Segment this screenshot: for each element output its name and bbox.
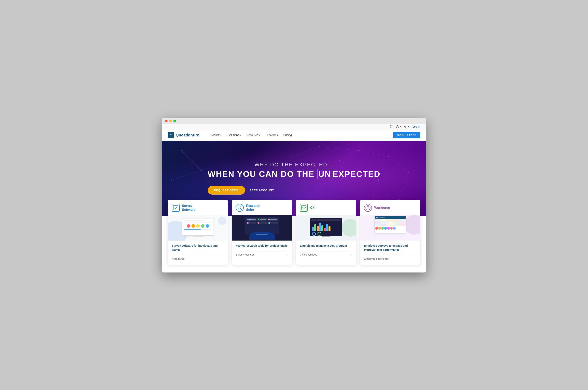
nav-item-products[interactable]: Products ▾ (207, 132, 225, 138)
signup-button[interactable]: SIGN UP FREE (393, 132, 420, 138)
arrow-icon: → (350, 253, 352, 256)
svg-line-11 (339, 151, 359, 160)
product-survey-description: Survey software for indviduals and teams (172, 244, 224, 252)
product-workforce-body: Employee surveys to engage and improve t… (360, 241, 420, 265)
research-icon (236, 204, 244, 212)
product-card-survey: Survey Software (168, 200, 228, 265)
nav-right: SIGN UP FREE (393, 132, 420, 138)
svg-marker-43 (302, 206, 306, 209)
svg-line-13 (389, 156, 408, 172)
svg-text:?: ? (170, 134, 172, 137)
product-card-research-header: Research Suite (232, 200, 292, 215)
svg-line-20 (290, 147, 320, 156)
product-cx-name: CX (310, 206, 314, 210)
svg-point-29 (309, 195, 310, 196)
close-button[interactable] (165, 120, 168, 122)
product-card-workforce: Workforce (360, 200, 420, 265)
svg-line-31 (182, 151, 201, 170)
hero-title-post: EXPECTED (333, 169, 380, 179)
svg-point-21 (339, 160, 340, 161)
svg-line-40 (241, 209, 242, 210)
product-workforce-description: Employee surveys to engage and improve t… (364, 244, 416, 252)
logo-icon: ? (168, 132, 174, 138)
chevron-down-icon: ▾ (221, 134, 222, 136)
product-research-body: Market research tools for professionals … (232, 241, 292, 265)
cx-icon (300, 204, 308, 212)
product-card-research: Research Suite Research Edition (232, 200, 292, 265)
product-cx-image: Sentiment Analysis (296, 215, 356, 241)
svg-point-30 (319, 146, 320, 147)
svg-line-32 (172, 170, 201, 180)
svg-rect-38 (173, 205, 178, 210)
survey-icon (172, 204, 180, 212)
login-link[interactable]: Log In (412, 125, 420, 128)
product-cx-description: Launch and manage a VoC program (300, 244, 352, 248)
product-card-workforce-header: Workforce (360, 200, 420, 215)
svg-point-36 (201, 170, 202, 171)
product-survey-link-1[interactable]: All features → (172, 255, 224, 262)
svg-point-25 (359, 150, 360, 151)
svg-line-12 (359, 151, 389, 156)
product-research-link-1[interactable]: Survey research → (236, 251, 288, 258)
hero-title: WHEN YOU CAN DO THE UNEXPECTED (208, 169, 380, 179)
fullscreen-button[interactable] (173, 120, 176, 122)
minimize-button[interactable] (169, 120, 172, 122)
products-section: Survey Software (162, 200, 426, 273)
product-cx-link-1[interactable]: CX closed loop → (300, 251, 352, 258)
search-icon[interactable] (390, 125, 393, 128)
hero-subtitle: WHY DO THE EXPECTED... (208, 162, 380, 168)
product-research-name: Research Suite (246, 204, 260, 211)
browser-chrome (162, 118, 426, 124)
globe-icon[interactable]: ▾ (396, 125, 401, 128)
svg-line-19 (320, 147, 359, 151)
arrow-icon: → (221, 257, 224, 260)
browser-window: ▾ ▾ Log In ? QuestionPro Products ▾ (162, 118, 426, 273)
product-card-cx-header: CX (296, 200, 356, 215)
nav-item-resources[interactable]: Resources ▾ (244, 132, 264, 138)
svg-line-1 (392, 127, 392, 128)
arrow-icon: → (286, 253, 288, 256)
arrow-icon: → (414, 257, 416, 260)
svg-line-14 (398, 172, 408, 200)
svg-line-15 (408, 172, 418, 190)
product-card-cx: CX Sentiment Analysis (296, 200, 356, 265)
svg-point-35 (171, 180, 172, 181)
svg-point-27 (408, 172, 409, 173)
nav-item-pricing[interactable]: Pricing (281, 132, 294, 138)
free-account-link[interactable]: FREE ACCOUNT (250, 189, 274, 192)
phone-icon[interactable]: ▾ (404, 125, 409, 128)
svg-point-26 (388, 156, 389, 157)
workforce-icon (364, 204, 372, 212)
svg-point-34 (181, 150, 182, 151)
utility-bar: ▾ ▾ Log In (162, 124, 426, 130)
chevron-down-icon: ▾ (240, 134, 241, 136)
logo-text: QuestionPro (176, 133, 199, 138)
product-card-survey-header: Survey Software (168, 200, 228, 215)
product-cx-body: Launch and manage a VoC program CX close… (296, 241, 356, 265)
product-workforce-image (360, 215, 420, 241)
products-grid: Survey Software (168, 200, 420, 265)
hero-text: WHY DO THE EXPECTED... WHEN YOU CAN DO T… (208, 162, 380, 195)
product-survey-body: Survey software for indviduals and teams… (168, 241, 228, 265)
hero-actions: REQUEST DEMO FREE ACCOUNT (208, 186, 380, 195)
product-workforce-link-1[interactable]: Employee experience → (364, 255, 416, 262)
main-nav: ? QuestionPro Products ▾ Solutions ▾ Res… (162, 130, 426, 141)
request-demo-button[interactable]: REQUEST DEMO (208, 186, 245, 195)
product-research-description: Market research tools for professionals (236, 244, 288, 248)
nav-item-solutions[interactable]: Solutions ▾ (225, 132, 243, 138)
product-workforce-name: Workforce (374, 206, 390, 210)
product-research-image: Research Edition (232, 215, 292, 241)
svg-line-9 (379, 180, 398, 200)
hero-title-pre: WHEN YOU CAN DO THE (208, 169, 317, 179)
chevron-down-icon: ▾ (260, 134, 261, 136)
product-survey-name: Survey Software (182, 204, 196, 211)
product-survey-image (168, 215, 228, 241)
hero-un-box: UN (317, 169, 332, 179)
nav-item-features[interactable]: Features (265, 132, 280, 138)
logo[interactable]: ? QuestionPro (168, 132, 199, 138)
svg-point-41 (239, 207, 240, 208)
svg-point-45 (367, 206, 369, 208)
nav-links: Products ▾ Solutions ▾ Resources ▾ Featu… (207, 132, 393, 138)
